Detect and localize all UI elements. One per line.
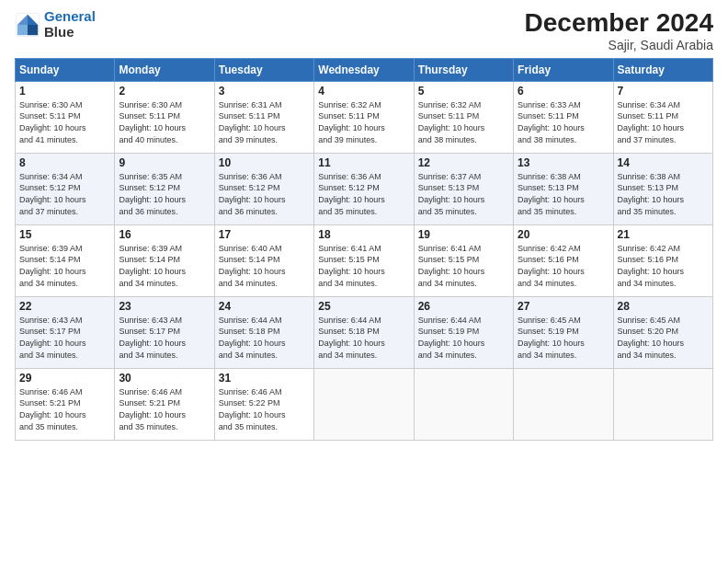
title-block: December 2024 Sajir, Saudi Arabia (525, 9, 713, 52)
day-number: 16 (119, 228, 210, 241)
day-info: Sunrise: 6:32 AM Sunset: 5:11 PM Dayligh… (418, 99, 509, 145)
day-number: 8 (19, 156, 110, 169)
calendar-body: 1Sunrise: 6:30 AM Sunset: 5:11 PM Daylig… (16, 81, 713, 440)
logo-line1: General (44, 8, 96, 24)
day-info: Sunrise: 6:38 AM Sunset: 5:13 PM Dayligh… (518, 171, 609, 217)
day-cell: 26Sunrise: 6:44 AM Sunset: 5:19 PM Dayli… (414, 296, 513, 368)
day-info: Sunrise: 6:42 AM Sunset: 5:16 PM Dayligh… (618, 243, 709, 289)
day-cell: 11Sunrise: 6:36 AM Sunset: 5:12 PM Dayli… (314, 153, 414, 224)
week-row-3: 15Sunrise: 6:39 AM Sunset: 5:14 PM Dayli… (16, 224, 713, 296)
day-number: 21 (618, 228, 709, 241)
day-number: 14 (618, 156, 709, 169)
header-day-sunday: Sunday (16, 58, 115, 81)
day-number: 19 (418, 228, 509, 241)
day-number: 17 (219, 228, 310, 241)
day-number: 15 (19, 228, 110, 241)
day-cell: 23Sunrise: 6:43 AM Sunset: 5:17 PM Dayli… (115, 296, 214, 368)
day-number: 20 (518, 228, 609, 241)
day-number: 29 (19, 372, 110, 385)
day-number: 12 (418, 156, 509, 169)
day-cell: 1Sunrise: 6:30 AM Sunset: 5:11 PM Daylig… (16, 81, 115, 153)
day-info: Sunrise: 6:46 AM Sunset: 5:21 PM Dayligh… (119, 386, 210, 432)
day-number: 13 (518, 156, 609, 169)
day-cell: 31Sunrise: 6:46 AM Sunset: 5:22 PM Dayli… (214, 368, 313, 440)
day-cell: 27Sunrise: 6:45 AM Sunset: 5:19 PM Dayli… (514, 296, 613, 368)
day-cell: 8Sunrise: 6:34 AM Sunset: 5:12 PM Daylig… (16, 153, 115, 224)
day-info: Sunrise: 6:44 AM Sunset: 5:19 PM Dayligh… (418, 315, 509, 361)
day-number: 3 (219, 85, 310, 98)
calendar-subtitle: Sajir, Saudi Arabia (525, 38, 713, 52)
day-cell: 18Sunrise: 6:41 AM Sunset: 5:15 PM Dayli… (314, 224, 414, 296)
svg-marker-2 (28, 25, 38, 35)
header-day-saturday: Saturday (613, 58, 712, 81)
day-number: 1 (19, 85, 110, 98)
day-cell: 30Sunrise: 6:46 AM Sunset: 5:21 PM Dayli… (115, 368, 214, 440)
day-cell (314, 368, 414, 440)
day-info: Sunrise: 6:34 AM Sunset: 5:11 PM Dayligh… (618, 99, 709, 145)
logo: General Blue (15, 9, 96, 40)
day-info: Sunrise: 6:34 AM Sunset: 5:12 PM Dayligh… (19, 171, 110, 217)
day-number: 27 (518, 300, 609, 313)
day-info: Sunrise: 6:37 AM Sunset: 5:13 PM Dayligh… (418, 171, 509, 217)
day-number: 6 (518, 85, 609, 98)
day-info: Sunrise: 6:40 AM Sunset: 5:14 PM Dayligh… (219, 243, 310, 289)
day-info: Sunrise: 6:39 AM Sunset: 5:14 PM Dayligh… (19, 243, 110, 289)
day-info: Sunrise: 6:44 AM Sunset: 5:18 PM Dayligh… (219, 315, 310, 361)
day-number: 11 (318, 156, 409, 169)
day-number: 5 (418, 85, 509, 98)
day-info: Sunrise: 6:31 AM Sunset: 5:11 PM Dayligh… (219, 99, 310, 145)
week-row-5: 29Sunrise: 6:46 AM Sunset: 5:21 PM Dayli… (16, 368, 713, 440)
day-cell: 16Sunrise: 6:39 AM Sunset: 5:14 PM Dayli… (115, 224, 214, 296)
day-info: Sunrise: 6:41 AM Sunset: 5:15 PM Dayligh… (418, 243, 509, 289)
day-number: 25 (318, 300, 409, 313)
day-info: Sunrise: 6:36 AM Sunset: 5:12 PM Dayligh… (318, 171, 409, 217)
day-cell: 25Sunrise: 6:44 AM Sunset: 5:18 PM Dayli… (314, 296, 414, 368)
day-number: 7 (618, 85, 709, 98)
header-day-friday: Friday (514, 58, 613, 81)
calendar-header: SundayMondayTuesdayWednesdayThursdayFrid… (16, 58, 713, 81)
day-cell: 6Sunrise: 6:33 AM Sunset: 5:11 PM Daylig… (514, 81, 613, 153)
day-number: 23 (119, 300, 210, 313)
day-info: Sunrise: 6:44 AM Sunset: 5:18 PM Dayligh… (318, 315, 409, 361)
day-info: Sunrise: 6:30 AM Sunset: 5:11 PM Dayligh… (119, 99, 210, 145)
day-cell: 2Sunrise: 6:30 AM Sunset: 5:11 PM Daylig… (115, 81, 214, 153)
day-cell: 21Sunrise: 6:42 AM Sunset: 5:16 PM Dayli… (613, 224, 712, 296)
logo-line2: Blue (44, 25, 96, 40)
day-cell: 12Sunrise: 6:37 AM Sunset: 5:13 PM Dayli… (414, 153, 513, 224)
day-cell: 3Sunrise: 6:31 AM Sunset: 5:11 PM Daylig… (214, 81, 313, 153)
day-info: Sunrise: 6:30 AM Sunset: 5:11 PM Dayligh… (19, 99, 110, 145)
day-info: Sunrise: 6:43 AM Sunset: 5:17 PM Dayligh… (119, 315, 210, 361)
header-day-monday: Monday (115, 58, 214, 81)
day-cell: 20Sunrise: 6:42 AM Sunset: 5:16 PM Dayli… (514, 224, 613, 296)
day-info: Sunrise: 6:35 AM Sunset: 5:12 PM Dayligh… (119, 171, 210, 217)
day-info: Sunrise: 6:39 AM Sunset: 5:14 PM Dayligh… (119, 243, 210, 289)
day-info: Sunrise: 6:46 AM Sunset: 5:21 PM Dayligh… (19, 386, 110, 432)
day-cell (514, 368, 613, 440)
day-number: 28 (618, 300, 709, 313)
day-info: Sunrise: 6:46 AM Sunset: 5:22 PM Dayligh… (219, 386, 310, 432)
header-day-wednesday: Wednesday (314, 58, 414, 81)
day-number: 18 (318, 228, 409, 241)
day-cell: 7Sunrise: 6:34 AM Sunset: 5:11 PM Daylig… (613, 81, 712, 153)
day-number: 9 (119, 156, 210, 169)
day-cell (613, 368, 712, 440)
day-info: Sunrise: 6:45 AM Sunset: 5:20 PM Dayligh… (618, 315, 709, 361)
page: General Blue December 2024 Sajir, Saudi … (0, 0, 728, 563)
day-cell: 14Sunrise: 6:38 AM Sunset: 5:13 PM Dayli… (613, 153, 712, 224)
day-info: Sunrise: 6:41 AM Sunset: 5:15 PM Dayligh… (318, 243, 409, 289)
day-number: 30 (119, 372, 210, 385)
day-cell: 13Sunrise: 6:38 AM Sunset: 5:13 PM Dayli… (514, 153, 613, 224)
week-row-2: 8Sunrise: 6:34 AM Sunset: 5:12 PM Daylig… (16, 153, 713, 224)
day-cell: 4Sunrise: 6:32 AM Sunset: 5:11 PM Daylig… (314, 81, 414, 153)
day-info: Sunrise: 6:45 AM Sunset: 5:19 PM Dayligh… (518, 315, 609, 361)
week-row-4: 22Sunrise: 6:43 AM Sunset: 5:17 PM Dayli… (16, 296, 713, 368)
header-day-tuesday: Tuesday (214, 58, 313, 81)
day-cell: 29Sunrise: 6:46 AM Sunset: 5:21 PM Dayli… (16, 368, 115, 440)
day-cell: 17Sunrise: 6:40 AM Sunset: 5:14 PM Dayli… (214, 224, 313, 296)
day-number: 22 (19, 300, 110, 313)
day-cell: 24Sunrise: 6:44 AM Sunset: 5:18 PM Dayli… (214, 296, 313, 368)
day-info: Sunrise: 6:36 AM Sunset: 5:12 PM Dayligh… (219, 171, 310, 217)
logo-icon (15, 12, 40, 38)
day-cell (414, 368, 513, 440)
day-cell: 5Sunrise: 6:32 AM Sunset: 5:11 PM Daylig… (414, 81, 513, 153)
